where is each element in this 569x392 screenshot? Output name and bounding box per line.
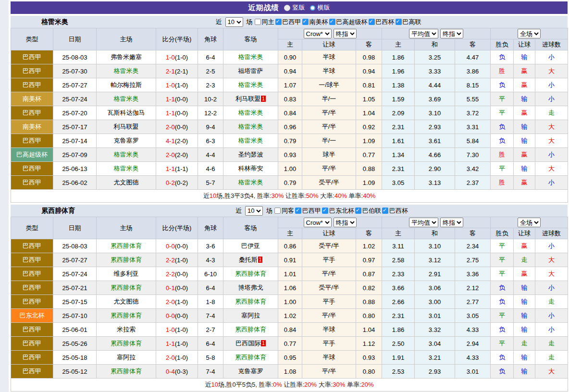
result-cell: 负 [491, 78, 514, 92]
away-team-link[interactable]: 博塔弗戈 [238, 284, 263, 291]
full-time-score: 2-0 [166, 123, 175, 131]
recent-count-select[interactable]: 10 [245, 206, 263, 216]
home-team-cell: 尤文图德 [97, 295, 156, 309]
away-team-link[interactable]: 累西腓体育 [235, 326, 266, 333]
home-team-link[interactable]: 格雷米奥 [114, 95, 139, 102]
match-row: 巴西甲25-06-13格雷米奥1-1(1-1)4-6科林蒂安1.00平/半0.8… [11, 162, 568, 176]
home-team-link[interactable]: 累西腓体育 [111, 256, 142, 263]
away-team-cell: 桑托斯1 [223, 253, 278, 267]
scope-select[interactable]: 全场 [518, 218, 541, 227]
result-cell: 胜 [491, 176, 514, 190]
recent-count-select[interactable]: 10 [225, 17, 243, 27]
home-team-link[interactable]: 格雷米奥 [114, 67, 139, 74]
average-select[interactable]: 平均值 [409, 29, 438, 38]
away-team-link[interactable]: 累西腓体育 [235, 298, 266, 305]
half-time-score: (1-0) [175, 340, 188, 347]
away-team-link[interactable]: 格雷米奥 [238, 53, 263, 61]
home-team-link[interactable]: 累西腓体育 [111, 312, 142, 319]
same-side-checkbox[interactable]: 同主 [255, 18, 274, 26]
odds-stage-select[interactable]: 终指 [440, 29, 463, 38]
away-team-link[interactable]: 巴伊亚 [241, 242, 260, 249]
home-team-link[interactable]: 瓦斯科达伽马 [108, 109, 145, 116]
scope-select[interactable]: 全场 [518, 29, 541, 38]
average-odds-cell: 3.11 [382, 239, 415, 253]
home-team-link[interactable]: 维多利亚 [114, 270, 139, 277]
home-team-link[interactable]: 累西腓体育 [111, 340, 142, 347]
half-time-score: (1-0) [175, 298, 188, 306]
bookmaker-select[interactable]: Crow* [304, 29, 332, 38]
home-team-link[interactable]: 累西腓体育 [111, 242, 142, 249]
away-team-link[interactable]: 格雷米奥 [238, 123, 263, 130]
score-cell: 2-0(2-0) [156, 148, 198, 162]
away-team-cell: 巴西国际1 [223, 337, 278, 351]
league-checkbox[interactable]: 巴西杯 [369, 18, 395, 26]
average-odds-cell: 2.12 [455, 281, 491, 295]
table-head: 类型日期主场比分(半场)角球客场Crow*终指平均值终指全场主让球客主和客胜负让… [11, 217, 568, 239]
away-team-link[interactable]: 科林蒂安 [238, 165, 263, 172]
score-cell: 1-1(1-0) [156, 337, 198, 351]
away-team-cell: 格雷米奥 [223, 134, 278, 148]
home-team-link[interactable]: 尤文图德 [114, 179, 139, 186]
home-team-link[interactable]: 利马联盟 [114, 123, 139, 130]
corner-cell: 6-4 [198, 281, 223, 295]
league-checkbox[interactable]: 巴西杯 [382, 207, 408, 215]
average-odds-cell: 2.31 [382, 309, 415, 323]
same-side-checkbox[interactable]: 同客 [274, 207, 294, 215]
match-row: 巴西甲25-08-03累西腓体育0-0(0-0)3-6巴伊亚0.86受平/半1.… [11, 239, 568, 253]
team-name: 累西腓体育 [11, 207, 75, 215]
league-checkbox[interactable]: 巴东北杯 [322, 207, 354, 215]
match-row: 巴西甲25-05-26累西腓体育1-1(1-0)6-4巴西国际10.77平手1.… [11, 337, 568, 351]
league-checkbox[interactable]: 巴高超级杯 [329, 18, 368, 26]
league-checkbox[interactable]: 巴高联 [396, 18, 421, 26]
away-team-link[interactable]: 福塔雷萨 [238, 67, 263, 74]
league-checkbox[interactable]: 巴西甲 [295, 207, 321, 215]
away-team-link[interactable]: 格雷米奥 [238, 179, 263, 186]
full-time-score: 2-1 [166, 68, 175, 75]
average-odds-cell: 2.77 [455, 295, 491, 309]
away-team-link[interactable]: 格雷米奥 [238, 109, 263, 116]
home-team-link[interactable]: 米拉索 [117, 326, 136, 333]
away-team-link[interactable]: 累西腓体育 [235, 354, 266, 361]
home-team-link[interactable]: 累西腓体育 [111, 284, 142, 291]
full-time-score: 2-0 [166, 298, 175, 306]
home-team-link[interactable]: 尤文图德 [114, 298, 139, 305]
away-team-link[interactable]: 桑托斯 [239, 256, 258, 263]
away-team-link[interactable]: 圣约瑟波 [238, 151, 263, 158]
bookmaker-select[interactable]: Crow* [304, 218, 332, 227]
away-team-cell: 累西腓体育 [223, 351, 278, 365]
match-row: 南美杯25-07-17利马联盟2-0(0-0)9-4格雷米奥0.96平/半0.9… [11, 120, 568, 134]
league-checkbox[interactable]: 巴伯联 [355, 207, 381, 215]
away-team-link[interactable]: 巴西国际 [235, 340, 260, 347]
league-checkbox[interactable]: 巴西甲 [275, 18, 301, 26]
vertical-layout-radio[interactable]: 竖版 [284, 3, 305, 12]
away-team-link[interactable]: 克鲁塞罗 [238, 368, 263, 375]
away-team-link[interactable]: 塞阿拉 [241, 312, 260, 319]
horizontal-layout-radio[interactable]: 横版 [310, 3, 330, 12]
result-cell: 小 [535, 281, 568, 295]
odds-stage-select[interactable]: 终指 [440, 218, 463, 227]
home-team-link[interactable]: 帕尔梅拉斯 [111, 81, 142, 88]
home-team-link[interactable]: 塞阿拉 [117, 354, 136, 361]
odds-stage-select[interactable]: 终指 [334, 218, 357, 227]
odds-stage-select[interactable]: 终指 [334, 29, 357, 38]
score-cell: 0-2(0-2) [156, 176, 198, 190]
away-team-link[interactable]: 格雷米奥 [238, 81, 263, 88]
score-cell: 1-1(0-0) [156, 92, 198, 106]
competition-type-cell: 南美杯 [11, 92, 53, 106]
away-team-link[interactable]: 利马联盟 [235, 95, 260, 102]
crow-odds-cell: 平/半 [302, 120, 356, 134]
away-team-link[interactable]: 累西腓体育 [235, 270, 266, 277]
crow-odds-cell: 0.80 [356, 365, 382, 379]
home-team-link[interactable]: 格雷米奥 [114, 151, 139, 158]
full-time-score: 1-1 [166, 110, 175, 117]
away-team-link[interactable]: 格雷米奥 [238, 137, 263, 144]
home-team-link[interactable]: 累西腓体育 [111, 368, 142, 375]
competition-type-cell: 巴高超级杯 [11, 148, 53, 162]
average-select[interactable]: 平均值 [409, 218, 438, 227]
average-odds-cell: 3.66 [382, 281, 415, 295]
crow-odds-cell: 受平/半 [302, 281, 356, 295]
league-checkbox[interactable]: 南美杯 [302, 18, 328, 26]
home-team-link[interactable]: 弗鲁米嫩塞 [111, 53, 142, 61]
home-team-link[interactable]: 格雷米奥 [114, 165, 139, 172]
home-team-link[interactable]: 克鲁塞罗 [114, 137, 139, 144]
